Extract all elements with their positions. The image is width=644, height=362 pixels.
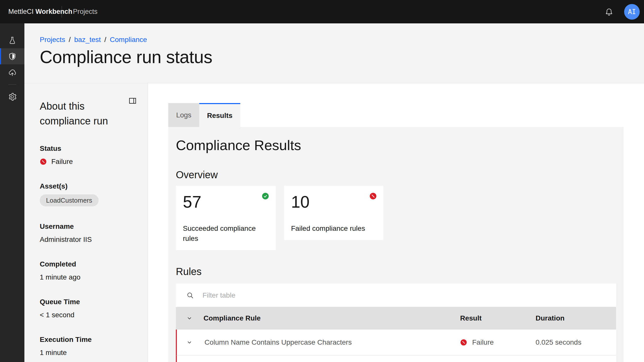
- failure-icon: [369, 192, 377, 200]
- side-panel-icon: [128, 96, 137, 105]
- failed-count: 10: [291, 192, 376, 211]
- user-avatar[interactable]: AI: [624, 4, 640, 20]
- succeeded-count: 57: [183, 192, 269, 211]
- success-icon: [262, 192, 269, 200]
- field-label: Execution Time: [40, 335, 138, 344]
- failure-icon: [40, 158, 47, 165]
- header-divider: [62, 6, 62, 18]
- page-header: Projects / baz_test / Compliance Complia…: [24, 23, 644, 83]
- brand-prefix: MettleCI: [8, 8, 34, 15]
- field-assets: Asset(s) LoadCustomers: [40, 182, 138, 206]
- filter-table-input[interactable]: [203, 284, 616, 307]
- sidebar-item-deploy[interactable]: [0, 64, 24, 80]
- flask-icon: [8, 36, 17, 44]
- rule-name: Column Name Contains Uppercase Character…: [205, 338, 460, 346]
- overview-heading: Overview: [176, 169, 616, 180]
- avatar-initials: AI: [628, 8, 636, 16]
- app-brand: MettleCI Workbench: [8, 8, 62, 16]
- failed-label: Failed compliance rules: [291, 223, 376, 234]
- field-value: 1 minute ago: [40, 273, 138, 282]
- column-header-duration: Duration: [536, 314, 616, 322]
- bell-icon: [605, 7, 614, 16]
- tab-logs[interactable]: Logs: [168, 103, 199, 127]
- tab-results[interactable]: Results: [199, 103, 240, 127]
- header-nav-projects[interactable]: Projects: [73, 8, 98, 16]
- field-value: < 1 second: [40, 310, 138, 320]
- main-content: Logs Results Compliance Results Overview…: [148, 83, 644, 362]
- rules-table: Compliance Rule Result Duration Column N…: [176, 307, 616, 362]
- shield-icon: [8, 52, 17, 61]
- asset-tag: LoadCustomers: [40, 194, 99, 206]
- column-header-result: Result: [460, 314, 536, 322]
- brand-suffix: Workbench: [35, 8, 72, 15]
- breadcrumb-separator: /: [69, 35, 71, 44]
- field-execution-time: Execution Time 1 minute: [40, 335, 138, 357]
- breadcrumb-projects[interactable]: Projects: [40, 35, 65, 44]
- field-value: 1 minute: [40, 348, 138, 357]
- about-panel-title: About this compliance run: [40, 99, 125, 128]
- sidebar-item-testing[interactable]: [0, 32, 24, 48]
- table-toolbar: [176, 284, 616, 307]
- notification-button[interactable]: [603, 6, 615, 18]
- rules-heading: Rules: [176, 266, 616, 277]
- succeeded-rules-card: 57 Succeeded compliance rules: [176, 186, 276, 250]
- about-panel: About this compliance run Status Failure…: [24, 83, 148, 362]
- breadcrumb-separator: /: [104, 35, 106, 44]
- field-completed: Completed 1 minute ago: [40, 260, 138, 282]
- sidebar-item-compliance[interactable]: [0, 48, 24, 64]
- field-label: Queue Time: [40, 297, 138, 306]
- status-value: Failure: [51, 157, 73, 166]
- table-row[interactable]: Column Name Contains Uppercase Character…: [176, 330, 616, 355]
- expand-all-chevron-icon[interactable]: [186, 315, 193, 322]
- column-header-rule: Compliance Rule: [204, 314, 460, 322]
- overview-cards: 57 Succeeded compliance rules 10: [176, 186, 616, 250]
- field-status: Status Failure: [40, 144, 138, 166]
- table-row-partial[interactable]: [176, 355, 616, 362]
- page-title: Compliance run status: [40, 47, 644, 68]
- result-value: Failure: [472, 338, 494, 346]
- field-label: Asset(s): [40, 182, 138, 191]
- sidebar-item-settings[interactable]: [0, 89, 24, 105]
- field-label: Status: [40, 144, 138, 153]
- field-value: Administrator IIS: [40, 235, 138, 244]
- results-title: Compliance Results: [176, 137, 616, 153]
- search-icon: [186, 291, 194, 299]
- cloud-upload-icon: [8, 68, 17, 77]
- succeeded-label: Succeeded compliance rules: [183, 223, 269, 244]
- app-header: MettleCI Workbench Projects AI: [0, 0, 644, 23]
- sidebar-divider: [8, 84, 16, 85]
- expand-row-chevron-icon[interactable]: [186, 339, 193, 346]
- field-label: Completed: [40, 260, 138, 269]
- failed-rules-card: 10 Failed compliance rules: [284, 186, 383, 240]
- results-panel: Compliance Results Overview 57 Succeeded…: [168, 127, 624, 362]
- collapse-panel-button[interactable]: [128, 96, 138, 106]
- gear-icon: [8, 93, 17, 101]
- field-label: Username: [40, 222, 138, 231]
- breadcrumb-project-name[interactable]: baz_test: [74, 35, 101, 44]
- breadcrumb-compliance[interactable]: Compliance: [110, 35, 147, 44]
- side-nav: [0, 23, 24, 362]
- tab-bar: Logs Results: [168, 103, 644, 127]
- page: Projects / baz_test / Compliance Complia…: [24, 23, 644, 362]
- breadcrumb: Projects / baz_test / Compliance: [40, 35, 644, 44]
- failure-icon: [460, 339, 467, 346]
- field-queue-time: Queue Time < 1 second: [40, 297, 138, 320]
- table-header-row: Compliance Rule Result Duration: [176, 307, 616, 330]
- duration-value: 0.025 seconds: [536, 338, 616, 346]
- field-username: Username Administrator IIS: [40, 222, 138, 244]
